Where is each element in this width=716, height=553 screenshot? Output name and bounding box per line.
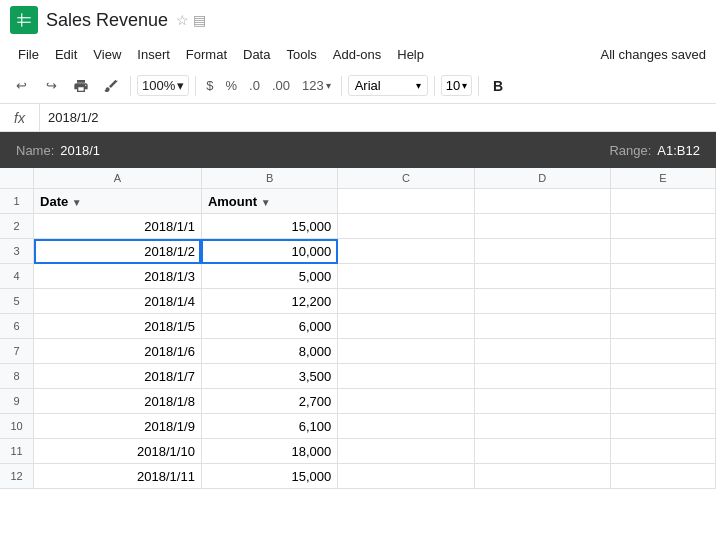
folder-icon[interactable]: ▤ [193,12,206,28]
empty-cell[interactable] [611,339,716,364]
decimal00-button[interactable]: .00 [268,76,294,95]
date-cell[interactable]: 2018/1/9 [34,414,202,439]
empty-cell[interactable] [474,264,610,289]
dollar-button[interactable]: $ [202,76,217,95]
empty-cell[interactable] [474,189,610,214]
menu-view[interactable]: View [85,43,129,66]
empty-cell[interactable] [474,339,610,364]
empty-cell[interactable] [338,189,474,214]
date-cell[interactable]: 2018/1/4 [34,289,202,314]
col-header-e[interactable]: E [611,168,716,189]
empty-cell[interactable] [338,389,474,414]
decimal0-button[interactable]: .0 [245,76,264,95]
star-icon[interactable]: ☆ [176,12,189,28]
bold-button[interactable]: B [485,73,511,99]
table-row[interactable]: 52018/1/412,200 [0,289,716,314]
date-cell[interactable]: 2018/1/7 [34,364,202,389]
empty-cell[interactable] [338,314,474,339]
date-cell[interactable]: 2018/1/5 [34,314,202,339]
empty-cell[interactable] [611,264,716,289]
empty-cell[interactable] [338,289,474,314]
table-row[interactable]: 22018/1/115,000 [0,214,716,239]
paint-format-button[interactable] [98,73,124,99]
empty-cell[interactable] [338,339,474,364]
empty-cell[interactable] [338,264,474,289]
menu-help[interactable]: Help [389,43,432,66]
empty-cell[interactable] [474,364,610,389]
date-cell[interactable]: 2018/1/10 [34,439,202,464]
date-cell[interactable]: 2018/1/3 [34,264,202,289]
table-row[interactable]: 72018/1/68,000 [0,339,716,364]
empty-cell[interactable] [611,414,716,439]
percent-button[interactable]: % [221,76,241,95]
empty-cell[interactable] [611,364,716,389]
empty-cell[interactable] [474,464,610,489]
empty-cell[interactable] [611,314,716,339]
empty-cell[interactable] [338,439,474,464]
menu-addons[interactable]: Add-ons [325,43,389,66]
zoom-select[interactable]: 100% ▾ [137,75,189,96]
header-amount[interactable]: Amount ▼ [201,189,337,214]
table-row[interactable]: 32018/1/210,000 [0,239,716,264]
menu-data[interactable]: Data [235,43,278,66]
table-row[interactable]: 62018/1/56,000 [0,314,716,339]
empty-cell[interactable] [611,289,716,314]
amount-cell[interactable]: 6,100 [201,414,337,439]
empty-cell[interactable] [474,239,610,264]
table-row[interactable]: 102018/1/96,100 [0,414,716,439]
empty-cell[interactable] [474,439,610,464]
col-header-c[interactable]: C [338,168,474,189]
formula-value[interactable]: 2018/1/2 [40,110,716,125]
amount-cell[interactable]: 15,000 [201,464,337,489]
empty-cell[interactable] [474,389,610,414]
menu-format[interactable]: Format [178,43,235,66]
empty-cell[interactable] [338,364,474,389]
date-cell[interactable]: 2018/1/2 [34,239,202,264]
table-row[interactable]: 92018/1/82,700 [0,389,716,414]
menu-file[interactable]: File [10,43,47,66]
header-date[interactable]: Date ▼ [34,189,202,214]
empty-cell[interactable] [338,239,474,264]
redo-button[interactable]: ↪ [38,73,64,99]
menu-edit[interactable]: Edit [47,43,85,66]
amount-cell[interactable]: 15,000 [201,214,337,239]
amount-cell[interactable]: 5,000 [201,264,337,289]
table-row[interactable]: 112018/1/1018,000 [0,439,716,464]
num123-button[interactable]: 123 ▾ [298,76,335,95]
amount-cell[interactable]: 2,700 [201,389,337,414]
empty-cell[interactable] [611,464,716,489]
empty-cell[interactable] [474,214,610,239]
amount-cell[interactable]: 12,200 [201,289,337,314]
amount-cell[interactable]: 3,500 [201,364,337,389]
col-header-a[interactable]: A [34,168,202,189]
amount-cell[interactable]: 6,000 [201,314,337,339]
empty-cell[interactable] [611,214,716,239]
date-cell[interactable]: 2018/1/11 [34,464,202,489]
empty-cell[interactable] [474,414,610,439]
empty-cell[interactable] [338,414,474,439]
undo-button[interactable]: ↩ [8,73,34,99]
col-header-b[interactable]: B [201,168,337,189]
amount-cell[interactable]: 8,000 [201,339,337,364]
menu-tools[interactable]: Tools [278,43,324,66]
table-row[interactable]: 122018/1/1115,000 [0,464,716,489]
empty-cell[interactable] [611,389,716,414]
empty-cell[interactable] [611,189,716,214]
font-size-select[interactable]: 10 ▾ [441,75,472,96]
empty-cell[interactable] [338,214,474,239]
print-button[interactable] [68,73,94,99]
amount-cell[interactable]: 18,000 [201,439,337,464]
empty-cell[interactable] [338,464,474,489]
empty-cell[interactable] [611,239,716,264]
date-cell[interactable]: 2018/1/6 [34,339,202,364]
empty-cell[interactable] [474,289,610,314]
col-header-d[interactable]: D [474,168,610,189]
amount-cell[interactable]: 10,000 [201,239,337,264]
table-row[interactable]: 82018/1/73,500 [0,364,716,389]
date-cell[interactable]: 2018/1/8 [34,389,202,414]
menu-insert[interactable]: Insert [129,43,178,66]
table-row[interactable]: 1Date ▼Amount ▼ [0,189,716,214]
table-row[interactable]: 42018/1/35,000 [0,264,716,289]
empty-cell[interactable] [474,314,610,339]
empty-cell[interactable] [611,439,716,464]
